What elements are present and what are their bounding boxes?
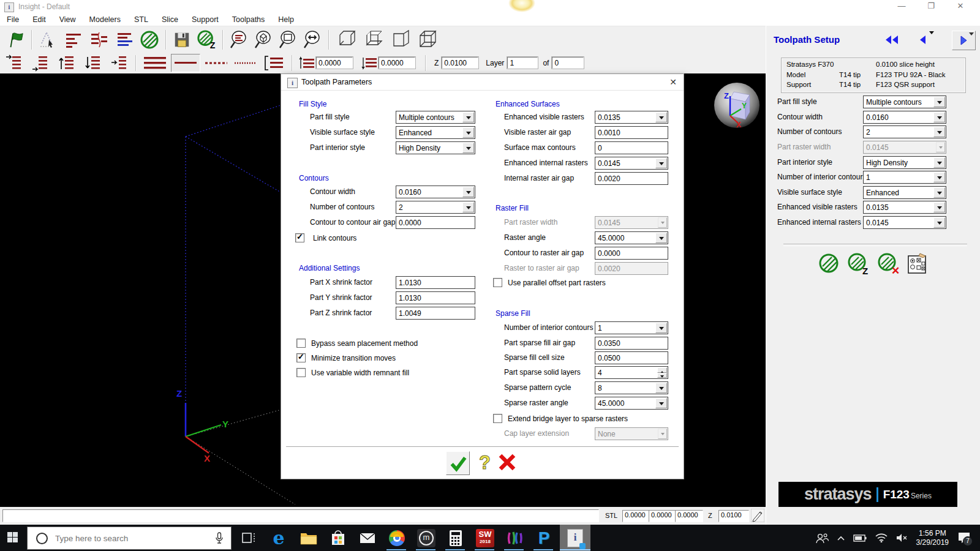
zoom-window-icon[interactable] [277, 29, 298, 50]
generate-z-toolpaths-icon[interactable]: Z [846, 252, 870, 276]
action-center-icon[interactable]: 7 [958, 532, 970, 544]
layer-field[interactable] [507, 57, 538, 69]
chevron-down-icon[interactable] [655, 383, 667, 393]
grabcad-icon[interactable] [501, 525, 528, 551]
chevron-down-icon[interactable] [933, 217, 945, 228]
zoom-extents-icon[interactable] [253, 29, 274, 50]
single-curve-icon[interactable] [171, 54, 200, 72]
chevron-down-icon[interactable] [462, 187, 474, 197]
save-icon[interactable] [172, 29, 192, 50]
move-down-layer-icon[interactable] [83, 54, 104, 72]
search-input[interactable] [54, 533, 215, 544]
cancel-button[interactable] [497, 451, 518, 473]
chevron-down-icon[interactable] [462, 202, 474, 212]
nav-forward-button[interactable] [952, 31, 976, 50]
solidworks-icon[interactable]: SW 2018 [472, 525, 499, 551]
generate-toolpaths-icon[interactable] [818, 252, 840, 276]
spinner-buttons[interactable] [657, 367, 667, 378]
slice-edit-icon[interactable] [751, 509, 764, 522]
contour-to-raster-air-gap-field[interactable]: 0.0000 [595, 247, 668, 260]
taskbar-search[interactable] [27, 527, 232, 550]
panel-enhanced-internal-rasters-dropdown[interactable]: 0.0145 [863, 216, 946, 229]
offset-down-icon[interactable] [360, 54, 379, 72]
start-button[interactable] [7, 532, 18, 542]
task-view-icon[interactable] [235, 525, 262, 551]
number-of-contours-dropdown[interactable]: 2 [396, 201, 475, 214]
part-y-shrink-factor-field[interactable]: 1.0130 [396, 291, 475, 304]
group-curves-icon[interactable] [262, 54, 286, 72]
sparse-fill-cell-size-field[interactable]: 0.0500 [595, 351, 668, 364]
dialog-title-bar[interactable]: i Toolpath Parameters ✕ [281, 74, 684, 91]
chevron-down-icon[interactable] [933, 187, 945, 198]
menu-view[interactable]: View [53, 15, 83, 24]
insight-taskbar-icon[interactable]: i [560, 525, 590, 551]
chevron-down-icon[interactable] [933, 97, 945, 107]
visible-raster-air-gap-field[interactable]: 0.0010 [595, 126, 668, 139]
wifi-icon[interactable] [875, 533, 888, 542]
menu-support[interactable]: Support [185, 15, 225, 24]
go-to-layer-icon[interactable] [109, 54, 130, 72]
orientation-widget[interactable]: Z Y X [713, 81, 761, 129]
offset-up-field[interactable] [316, 57, 353, 69]
edge-icon[interactable]: e [265, 525, 292, 551]
help-button[interactable]: ? [474, 451, 495, 473]
enhanced-internal-rasters-dropdown[interactable]: 0.0145 [595, 157, 668, 170]
chrome-icon[interactable] [383, 525, 410, 551]
surface-max-contours-field[interactable]: 0 [595, 141, 668, 154]
number-of-interior-contours-dropdown[interactable]: 1 [595, 321, 668, 334]
close-button[interactable]: ✕ [946, 0, 975, 13]
panel-enhanced-visible-rasters-dropdown[interactable]: 0.0135 [863, 201, 946, 214]
menu-toolpaths[interactable]: Toolpaths [225, 15, 272, 24]
dialog-close-icon[interactable]: ✕ [667, 77, 679, 88]
extend-bridge-layer-checkbox[interactable] [493, 414, 502, 423]
calculator-icon[interactable] [442, 525, 469, 551]
offset-down-field[interactable] [379, 57, 415, 69]
panel-part-interior-style-dropdown[interactable]: High Density [863, 156, 946, 169]
fine-dotted-curve-icon[interactable] [232, 54, 259, 72]
menu-help[interactable]: Help [271, 15, 301, 24]
toolpath-options-icon[interactable] [907, 252, 929, 276]
people-icon[interactable] [815, 533, 829, 544]
panel-number-of-contours-dropdown[interactable]: 2 [863, 126, 946, 138]
chevron-down-icon[interactable] [655, 158, 667, 168]
panel-number-of-interior-contours-dropdown[interactable]: 1 [863, 171, 946, 184]
menu-file[interactable]: File [0, 15, 26, 24]
chevron-down-icon[interactable] [933, 157, 945, 168]
dotted-curve-icon[interactable] [203, 54, 230, 72]
parallel-offset-rasters-checkbox[interactable] [493, 278, 502, 287]
makerbot-icon[interactable]: m [413, 525, 440, 551]
zoom-in-out-icon[interactable] [302, 29, 323, 50]
nav-back-icon[interactable] [914, 33, 930, 47]
toolpath-layer-icon[interactable] [63, 29, 84, 50]
zoom-selected-icon[interactable] [228, 29, 249, 50]
clock[interactable]: 1:56 PM 3/29/2019 [916, 529, 949, 547]
offset-up-icon[interactable] [298, 54, 316, 72]
show-hidden-icons-chevron[interactable] [837, 536, 845, 541]
microsoft-store-icon[interactable] [325, 525, 352, 551]
chevron-down-icon[interactable] [655, 398, 667, 408]
internal-raster-air-gap-field[interactable]: 0.0020 [595, 172, 668, 185]
side-view-icon[interactable] [388, 29, 413, 50]
panel-part-fill-style-dropdown[interactable]: Multiple contours [863, 96, 946, 108]
menu-slice[interactable]: Slice [155, 15, 185, 24]
end-seam-icon[interactable] [30, 54, 51, 72]
raster-angle-dropdown[interactable]: 45.0000 [595, 231, 668, 244]
file-explorer-icon[interactable] [295, 525, 322, 551]
start-seam-icon[interactable] [4, 54, 24, 72]
restore-button[interactable]: ❐ [916, 0, 946, 13]
select-curves-icon[interactable] [37, 29, 58, 50]
grabcad-print-icon[interactable]: P [530, 525, 557, 551]
part-sparse-fill-air-gap-field[interactable]: 0.0350 [595, 337, 668, 350]
contour-width-dropdown[interactable]: 0.0160 [396, 186, 475, 198]
chevron-down-icon[interactable] [933, 127, 945, 137]
menu-edit[interactable]: Edit [26, 15, 53, 24]
chevron-down-icon[interactable] [655, 112, 667, 122]
generate-toolpaths-icon[interactable] [139, 29, 160, 50]
mail-icon[interactable] [354, 525, 381, 551]
chevron-down-icon[interactable] [655, 323, 667, 333]
enhanced-visible-rasters-dropdown[interactable]: 0.0135 [595, 111, 668, 124]
microphone-icon[interactable] [215, 532, 224, 544]
green-flag-icon[interactable] [5, 29, 26, 50]
merge-toolpaths-icon[interactable] [89, 29, 110, 50]
part-sparse-solid-layers-stepper[interactable]: 4 [595, 366, 668, 379]
